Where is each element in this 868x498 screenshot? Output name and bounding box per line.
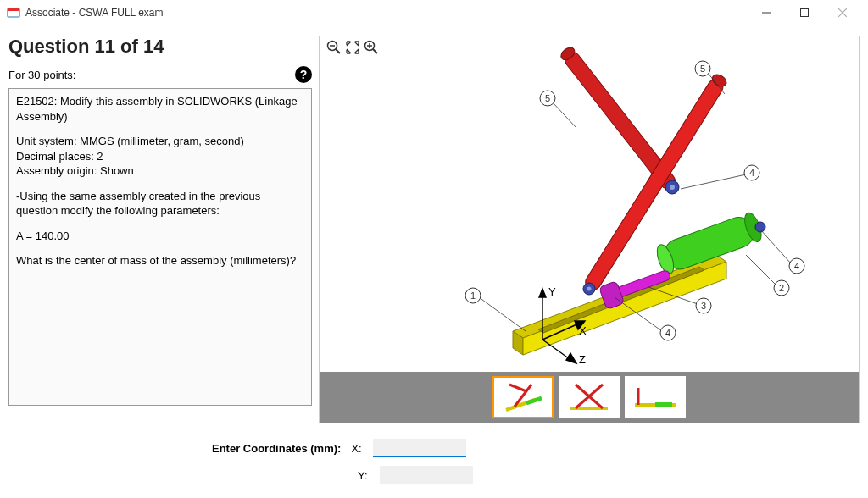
svg-line-55 <box>553 102 576 128</box>
close-button[interactable] <box>823 1 861 25</box>
thumbnail-strip <box>320 372 859 423</box>
svg-line-64 <box>509 385 526 391</box>
svg-text:5: 5 <box>700 64 705 74</box>
svg-text:5: 5 <box>545 93 550 103</box>
minimize-button[interactable] <box>747 1 785 25</box>
zoom-in-icon[interactable] <box>363 39 380 56</box>
question-line: Unit system: MMGS (millimeter, gram, sec… <box>16 134 304 179</box>
axis-z-label: Z <box>579 353 586 365</box>
svg-line-40 <box>746 255 776 285</box>
svg-rect-3 <box>800 8 808 16</box>
svg-line-52 <box>681 174 746 189</box>
thumbnail-view-front[interactable] <box>559 376 620 418</box>
svg-point-27 <box>670 185 675 190</box>
svg-line-8 <box>336 49 340 53</box>
question-panel: Question 11 of 14 For 30 points: ? E2150… <box>8 36 312 423</box>
question-line: E21502: Modify this assembly in SOLIDWOR… <box>16 94 304 124</box>
svg-text:2: 2 <box>779 283 784 293</box>
callout: 4 <box>681 165 760 189</box>
callout: 2 <box>746 255 789 296</box>
app-icon <box>7 6 20 19</box>
answer-area: Enter Coordinates (mm): X: Y: <box>212 423 868 493</box>
x-input[interactable] <box>373 439 466 457</box>
question-line: -Using the same assembly created in the … <box>16 189 304 219</box>
maximize-button[interactable] <box>785 1 823 25</box>
axis-y-label: Y <box>548 285 556 298</box>
answer-prompt: Enter Coordinates (mm): <box>212 442 341 455</box>
window-title: Associate - CSWA FULL exam <box>25 7 747 19</box>
svg-point-30 <box>755 222 765 232</box>
points-row: For 30 points: ? <box>8 66 312 83</box>
main-area: Question 11 of 14 For 30 points: ? E2150… <box>0 25 868 423</box>
question-number: Question 11 of 14 <box>8 36 312 58</box>
image-panel: Y X Z 1 2 3 <box>319 36 860 423</box>
question-line: A = 140.00 <box>16 229 304 244</box>
y-label: Y: <box>358 469 370 482</box>
svg-line-49 <box>760 230 791 263</box>
callout: 4 <box>760 230 804 274</box>
svg-marker-36 <box>566 353 576 363</box>
assembly-viewport[interactable]: Y X Z 1 2 3 <box>320 36 859 372</box>
y-input[interactable] <box>380 466 473 484</box>
svg-line-62 <box>526 398 542 403</box>
svg-marker-32 <box>539 289 546 297</box>
zoom-out-icon[interactable] <box>326 39 342 56</box>
thumbnail-view-side[interactable] <box>625 376 686 418</box>
window-titlebar: Associate - CSWA FULL exam <box>0 0 868 25</box>
svg-point-29 <box>587 287 592 291</box>
svg-rect-1 <box>8 8 19 11</box>
zoom-fit-icon[interactable] <box>344 39 361 56</box>
thumbnail-view-iso[interactable] <box>492 376 554 418</box>
assembly-drawing: Y X Z 1 2 3 <box>360 43 818 365</box>
svg-line-37 <box>479 297 526 331</box>
callout: 5 <box>540 91 576 128</box>
question-line: What is the center of mass of the assemb… <box>16 253 304 268</box>
svg-text:1: 1 <box>470 290 476 301</box>
x-label: X: <box>351 442 363 455</box>
zoom-controls <box>326 39 380 56</box>
svg-text:4: 4 <box>794 261 799 271</box>
svg-line-12 <box>373 49 377 53</box>
svg-text:4: 4 <box>749 168 754 178</box>
help-icon[interactable]: ? <box>295 66 312 83</box>
svg-text:4: 4 <box>665 328 670 338</box>
axis-x-label: X <box>579 324 587 337</box>
svg-text:3: 3 <box>701 301 706 311</box>
points-label: For 30 points: <box>8 69 76 81</box>
window-controls <box>747 1 861 25</box>
callout: 1 <box>465 288 526 331</box>
question-text-box[interactable]: E21502: Modify this assembly in SOLIDWOR… <box>8 88 312 406</box>
